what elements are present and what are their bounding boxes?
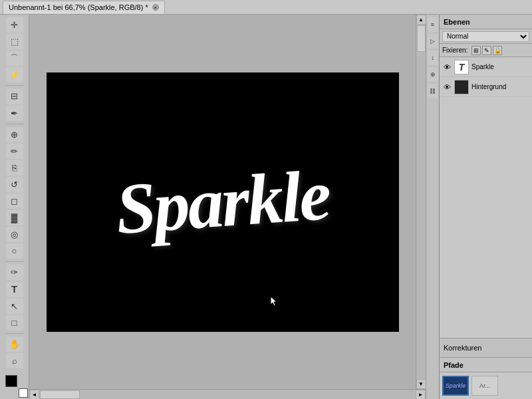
pfade-item-ar[interactable]: Ar... [471, 376, 498, 396]
horizontal-scrollbar: ◄ ► [29, 389, 426, 399]
hand-icon: ✋ [9, 339, 20, 349]
hand-tool[interactable]: ✋ [6, 336, 23, 352]
h-scroll-track [39, 390, 416, 400]
cursor [269, 295, 279, 309]
sparkle-text: Sparkle [113, 153, 332, 250]
pen-icon: ✑ [11, 267, 18, 277]
layer-thumb-text: T [454, 60, 469, 74]
layer-eye-text[interactable]: 👁 [442, 63, 452, 72]
pfade-label: Pfade [444, 361, 464, 369]
separator-2 [5, 124, 24, 124]
foreground-color[interactable] [5, 375, 17, 387]
layers-header: Ebenen [440, 15, 532, 29]
scroll-up-button[interactable]: ▲ [416, 15, 426, 25]
pfade-ar-label: Ar... [479, 382, 490, 389]
document-tab[interactable]: Unbenannt-1 bei 66,7% (Sparkle, RGB/8) *… [3, 1, 165, 14]
eraser-icon: ◻ [11, 196, 18, 206]
lasso-tool[interactable]: ⌒ [6, 51, 23, 66]
lasso-icon: ⌒ [10, 53, 19, 65]
path-select-icon: ↖ [11, 301, 18, 311]
fixieren-label: Fixieren: [442, 47, 467, 54]
separator-4 [5, 333, 24, 334]
move-tool[interactable]: ✛ [6, 17, 23, 33]
scroll-down-button[interactable]: ▼ [416, 379, 426, 389]
gradient-tool[interactable]: ▓ [6, 210, 23, 225]
gradient-icon: ▓ [11, 213, 17, 223]
select-icon: ⬚ [11, 37, 19, 47]
history-brush-icon: ↺ [11, 180, 18, 190]
heal-tool[interactable]: ⊕ [6, 127, 23, 142]
mini-tool-5[interactable]: ⛓ [428, 84, 438, 98]
mini-tool-1[interactable]: ≡ [428, 17, 438, 32]
lock-paint-btn[interactable]: ✎ [482, 46, 491, 55]
separator-1 [5, 85, 24, 86]
main-layout: ✛ ⬚ ⌒ ⚡ ⊟ ✒ ⊕ ✏ ⎘ ↺ ◻ [0, 15, 532, 399]
scroll-right-button[interactable]: ► [416, 390, 426, 400]
history-brush-tool[interactable]: ↺ [6, 177, 23, 192]
crop-icon: ⊟ [11, 91, 18, 101]
lock-position-btn[interactable]: ⊞ [471, 46, 481, 55]
shape-icon: □ [12, 318, 17, 328]
text-tool[interactable]: T [6, 282, 23, 297]
layers-title: Ebenen [444, 18, 470, 26]
lock-all-btn[interactable]: 🔒 [493, 46, 502, 55]
mini-icon-2: ▷ [430, 38, 435, 45]
pfade-item-sparkle[interactable]: Sparkle [442, 376, 469, 396]
mini-tool-2[interactable]: ▷ [428, 34, 438, 49]
layer-thumb-background [454, 80, 469, 94]
clone-tool[interactable]: ⎘ [6, 160, 23, 176]
crop-tool[interactable]: ⊟ [6, 88, 23, 104]
scroll-thumb[interactable] [417, 25, 426, 52]
mini-icon-4: ⊕ [430, 71, 436, 78]
tab-label: Unbenannt-1 bei 66,7% (Sparkle, RGB/8) * [9, 3, 148, 11]
dodge-tool[interactable]: ○ [6, 243, 23, 259]
mini-tool-4[interactable]: ⊕ [428, 67, 438, 82]
swatch-container [5, 375, 24, 394]
background-color[interactable] [19, 388, 28, 398]
layer-eye-background[interactable]: 👁 [442, 82, 452, 92]
eraser-tool[interactable]: ◻ [6, 194, 23, 209]
canvas-area[interactable]: Sparkle [29, 15, 416, 389]
text-icon: T [11, 284, 17, 295]
layer-item-background[interactable]: 👁 Hintergrund [440, 77, 532, 97]
scroll-left-button[interactable]: ◄ [29, 390, 39, 400]
pfade-sparkle-label: Sparkle [446, 382, 466, 389]
blur-tool[interactable]: ◎ [6, 227, 23, 242]
quick-select-icon: ⚡ [9, 70, 20, 80]
left-toolbar: ✛ ⬚ ⌒ ⚡ ⊟ ✒ ⊕ ✏ ⎘ ↺ ◻ [0, 15, 29, 399]
h-scroll-thumb[interactable] [40, 390, 80, 399]
separator-3 [5, 261, 24, 262]
layer-name-background: Hintergrund [471, 83, 529, 90]
eyedropper-icon: ✒ [11, 108, 18, 118]
canvas-image: Sparkle [47, 72, 399, 332]
pen-tool[interactable]: ✑ [6, 265, 23, 280]
layers-list: 👁 T Sparkle 👁 Hintergrund [440, 57, 532, 338]
zoom-tool[interactable]: ⌕ [6, 353, 23, 368]
korrekturen-section: Korrekturen [440, 338, 532, 358]
korrekturen-label: Korrekturen [444, 344, 481, 352]
blend-mode-select[interactable]: Normal [442, 31, 529, 42]
pfade-section: Pfade [440, 358, 532, 372]
select-tool[interactable]: ⬚ [6, 34, 23, 49]
canvas-wrapper: Sparkle ▲ ▼ ◄ [29, 15, 426, 399]
mini-icon-1: ≡ [431, 21, 434, 28]
tab-close-button[interactable]: × [152, 4, 159, 11]
quick-select-tool[interactable]: ⚡ [6, 67, 23, 82]
heal-icon: ⊕ [11, 130, 18, 140]
shape-tool[interactable]: □ [6, 315, 23, 331]
layers-panel: Ebenen Normal Fixieren: ⊞ ✎ 🔒 [440, 15, 532, 338]
layer-item-text[interactable]: 👁 T Sparkle [440, 57, 532, 77]
eyedropper-tool[interactable]: ✒ [6, 106, 23, 121]
canvas-and-scrollbar: Sparkle ▲ ▼ [29, 15, 426, 389]
pfade-list: Sparkle Ar... [440, 372, 532, 399]
mini-icon-5: ⛓ [430, 88, 436, 94]
right-panel: Ebenen Normal Fixieren: ⊞ ✎ 🔒 [439, 15, 532, 399]
brush-icon: ✏ [11, 146, 18, 156]
brush-tool[interactable]: ✏ [6, 144, 23, 159]
clone-icon: ⎘ [12, 163, 17, 173]
scroll-track [416, 25, 426, 379]
mini-tool-3[interactable]: ↕ [428, 51, 438, 65]
path-select-tool[interactable]: ↖ [6, 299, 23, 314]
layer-name-text: Sparkle [471, 63, 529, 70]
layers-mode-row: Normal [440, 29, 532, 44]
